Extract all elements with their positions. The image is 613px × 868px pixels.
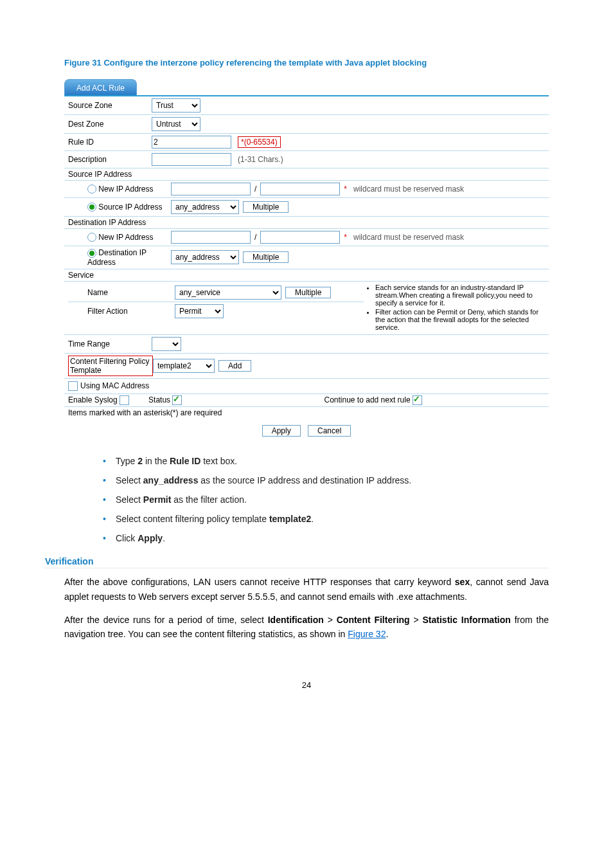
checkbox-using-mac[interactable] [68,381,78,391]
page-number: 24 [64,680,549,690]
label-rule-id: Rule ID [68,138,152,147]
acl-form: Add ACL Rule Source Zone Trust Dest Zone… [64,79,549,437]
radio-src-new-ip[interactable]: New IP Address [68,185,171,194]
header-dest-ip: Destination IP Address [64,217,549,229]
multiple-service-button[interactable]: Multiple [285,287,331,298]
required-note: Items marked with an asterisk(*) are req… [64,407,549,419]
multiple-dst-button[interactable]: Multiple [243,251,289,263]
select-service-name[interactable]: any_service [175,285,281,300]
radio-dst-new-ip[interactable]: New IP Address [68,233,171,242]
radio-dst-ip[interactable]: Destination IP Address [68,248,171,267]
label-filter-action: Filter Action [68,307,171,316]
input-dst-new-ip-b[interactable] [260,231,340,244]
hint-src-new-ip: wildcard must be reserved mask [353,185,464,194]
input-description[interactable] [152,153,231,166]
header-source-ip: Source IP Address [64,168,549,181]
select-dst-ip[interactable]: any_address [171,250,239,264]
service-notes: Each service stands for an industry-stan… [364,284,545,331]
hint-dst-new-ip: wildcard must be reserved mask [353,233,464,242]
hint-description: (1-31 Chars.) [238,155,283,164]
checkbox-status[interactable] [172,395,182,405]
multiple-src-button[interactable]: Multiple [243,201,289,213]
checkbox-enable-syslog[interactable] [120,395,129,405]
para-verification-1: After the above configurations, LAN user… [64,575,549,604]
para-verification-2: After the device runs for a period of ti… [64,613,549,642]
add-cf-button[interactable]: Add [218,360,251,372]
input-src-new-ip-a[interactable] [171,183,251,195]
select-cf-template[interactable]: template2 [153,359,215,373]
label-continue: Continue to add next rule [324,395,411,404]
input-rule-id[interactable] [152,136,231,149]
label-status: Status [148,395,170,404]
label-enable-syslog: Enable Syslog [68,395,118,404]
figure-caption: Figure 31 Configure the interzone policy… [64,58,549,68]
label-cf-template: Content Filtering Policy Template [68,356,153,376]
label-service-name: Name [68,288,171,297]
label-source-zone: Source Zone [68,101,152,110]
select-time-range[interactable] [152,337,181,351]
label-using-mac: Using MAC Address [80,381,149,390]
select-source-zone[interactable]: Trust [152,98,200,113]
label-time-range: Time Range [68,339,152,348]
heading-verification: Verification [45,556,549,568]
label-dest-zone: Dest Zone [68,120,152,129]
select-src-ip[interactable]: any_address [171,200,239,214]
apply-button[interactable]: Apply [262,425,301,437]
input-src-new-ip-b[interactable] [260,183,340,195]
link-figure-32[interactable]: Figure 32 [348,629,386,639]
radio-src-ip[interactable]: Source IP Address [68,203,171,212]
header-service: Service [64,269,549,282]
tab-add-acl-rule[interactable]: Add ACL Rule [64,79,137,95]
instruction-list: Type 2 in the Rule ID text box. Select a… [103,456,549,543]
select-filter-action[interactable]: Permit [175,304,224,318]
input-dst-new-ip-a[interactable] [171,231,251,244]
select-dest-zone[interactable]: Untrust [152,117,200,131]
cancel-button[interactable]: Cancel [308,425,351,437]
label-description: Description [68,155,152,164]
hint-rule-id: *(0-65534) [238,136,281,148]
checkbox-continue[interactable] [413,395,422,405]
